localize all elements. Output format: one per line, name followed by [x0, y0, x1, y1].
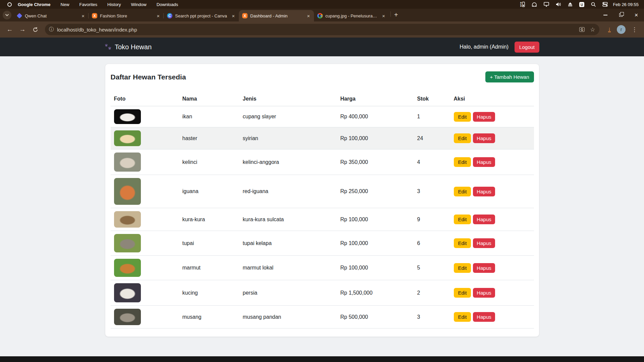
menu-history[interactable]: History: [107, 2, 121, 7]
menu-window[interactable]: Window: [131, 2, 146, 7]
window-minimize-button[interactable]: [598, 9, 613, 21]
forward-button[interactable]: →: [17, 24, 28, 35]
edit-button[interactable]: Edit: [454, 157, 471, 167]
tab-title: Dashboard - Admin: [250, 13, 304, 18]
table-row: kelinci kelinci-anggora Rp 350,000 4 Edi…: [111, 149, 534, 175]
delete-button[interactable]: Hapus: [473, 187, 495, 196]
edit-button[interactable]: Edit: [454, 187, 471, 196]
animal-photo: [114, 153, 141, 172]
cell-jenis: persia: [239, 280, 337, 306]
browser-toolbar: ← → ⓘ localhost/db_toko_hewan/index.php …: [0, 21, 644, 38]
cell-nama: marmut: [179, 256, 239, 280]
add-animal-button[interactable]: + Tambah Hewan: [485, 71, 534, 82]
eject-icon[interactable]: [568, 2, 573, 7]
tab-close-icon[interactable]: ×: [231, 13, 235, 19]
os-logo-icon: [7, 2, 12, 7]
menubar-clock: Feb 26 09:55: [613, 2, 639, 7]
delete-button[interactable]: Hapus: [473, 157, 495, 167]
address-bar[interactable]: ⓘ localhost/db_toko_hewan/index.php G ☆: [45, 24, 599, 35]
cell-nama: kura-kura: [179, 208, 239, 231]
table-row: kura-kura kura-kura sulcata Rp 100,000 9…: [111, 208, 534, 231]
system-toggles-icon[interactable]: [602, 2, 608, 7]
xampp-favicon: X: [92, 13, 97, 18]
logout-button[interactable]: Logout: [515, 42, 539, 53]
brand-link[interactable]: Toko Hewan: [105, 43, 152, 51]
cell-harga: Rp 100,000: [337, 127, 414, 149]
delete-button[interactable]: Hapus: [473, 133, 495, 143]
paw-prints-icon: [105, 44, 112, 50]
cell-stok: 2: [414, 280, 450, 306]
menubar-app-name[interactable]: Google Chrome: [18, 2, 51, 7]
cell-harga: Rp 100,000: [337, 231, 414, 256]
tab-close-icon[interactable]: ×: [81, 13, 85, 19]
browser-tabstrip: Qwen Chat × X Fashion Store × C Search p…: [0, 9, 644, 21]
edit-button[interactable]: Edit: [454, 263, 471, 273]
new-tab-button[interactable]: +: [394, 11, 398, 19]
tab-close-icon[interactable]: ×: [306, 13, 311, 19]
column-header-nama: Nama: [179, 92, 239, 106]
cell-jenis: syirian: [239, 127, 337, 149]
tab-cupang-search[interactable]: cupang.jpg - Penelusuran Goog ×: [314, 10, 389, 21]
cell-harga: Rp 400,000: [337, 106, 414, 127]
cell-harga: Rp 250,000: [337, 175, 414, 208]
edit-button[interactable]: Edit: [454, 312, 471, 322]
edit-button[interactable]: Edit: [454, 133, 471, 143]
delete-button[interactable]: Hapus: [473, 238, 495, 248]
table-row: marmut marmut lokal Rp 100,000 5 EditHap…: [111, 256, 534, 280]
bottom-taskbar: [0, 356, 644, 362]
delete-button[interactable]: Hapus: [473, 312, 495, 322]
column-header-harga: Harga: [337, 92, 414, 106]
cell-harga: Rp 350,000: [337, 149, 414, 175]
delete-button[interactable]: Hapus: [473, 215, 495, 224]
svg-text:M: M: [520, 5, 522, 7]
display-icon[interactable]: [543, 2, 549, 7]
table-row: ikan cupang slayer Rp 400,000 1 EditHapu…: [111, 106, 534, 127]
tab-qwen-chat[interactable]: Qwen Chat ×: [13, 10, 89, 21]
menu-downloads[interactable]: Downloads: [157, 2, 178, 7]
edit-button[interactable]: Edit: [454, 288, 471, 298]
cell-jenis: red-iguana: [239, 175, 337, 208]
cell-nama: kelinci: [179, 149, 239, 175]
downloads-icon[interactable]: ↓: [608, 27, 611, 32]
ubuntu-badge-icon[interactable]: U: [579, 2, 585, 7]
delete-button[interactable]: Hapus: [473, 112, 495, 122]
translate-icon[interactable]: G: [579, 27, 585, 32]
cell-stok: 6: [414, 231, 450, 256]
search-icon[interactable]: [591, 2, 596, 7]
delete-button[interactable]: Hapus: [473, 288, 495, 298]
reload-button[interactable]: [30, 24, 41, 35]
cell-jenis: musang pandan: [239, 306, 337, 328]
tab-fashion-store[interactable]: X Fashion Store ×: [89, 10, 164, 21]
memory-indicator-icon[interactable]: MEM: [520, 2, 525, 7]
back-button[interactable]: ←: [4, 24, 15, 35]
browser-menu-icon[interactable]: ⋮: [632, 26, 637, 33]
reload-icon: [33, 27, 38, 33]
cell-jenis: kura-kura sulcata: [239, 208, 337, 231]
edit-button[interactable]: Edit: [454, 215, 471, 224]
table-row: tupai tupai kelapa Rp 100,000 6 EditHapu…: [111, 231, 534, 256]
tab-search-chevron-button[interactable]: [3, 11, 11, 19]
tab-close-icon[interactable]: ×: [156, 13, 160, 19]
edit-button[interactable]: Edit: [454, 238, 471, 248]
delete-button[interactable]: Hapus: [473, 263, 495, 273]
cell-nama: kucing: [179, 280, 239, 306]
network-icon[interactable]: [531, 2, 537, 7]
window-restore-button[interactable]: [613, 9, 629, 21]
animal-list-card: Daftar Hewan Tersedia + Tambah Hewan Fot…: [105, 64, 539, 337]
cell-stok: 24: [414, 127, 450, 149]
tab-dashboard-admin-active[interactable]: X Dashboard - Admin ×: [239, 10, 314, 21]
url-text[interactable]: localhost/db_toko_hewan/index.php: [57, 27, 579, 33]
chevron-down-icon: [5, 14, 9, 16]
tab-canva[interactable]: C Search ppt project - Canva ×: [164, 10, 239, 21]
profile-avatar[interactable]: r: [617, 25, 626, 34]
menu-favorites[interactable]: Favorites: [79, 2, 97, 7]
bookmark-star-icon[interactable]: ☆: [590, 26, 595, 33]
cell-nama: haster: [179, 127, 239, 149]
menu-new[interactable]: New: [61, 2, 69, 7]
volume-icon[interactable]: [555, 2, 561, 7]
site-info-icon[interactable]: ⓘ: [49, 26, 54, 33]
edit-button[interactable]: Edit: [454, 112, 471, 122]
animal-photo: [114, 259, 141, 277]
window-close-button[interactable]: ×: [629, 9, 644, 21]
tab-close-icon[interactable]: ×: [381, 13, 386, 19]
